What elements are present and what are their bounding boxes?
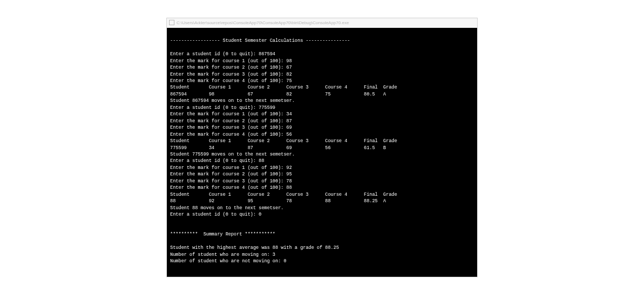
output-line: Enter the mark for course 4 (out of 100)… [170,78,292,84]
window-title: C:\Users\Adder\source\repos\ConsoleApp70… [177,20,349,25]
output-line: Student with the highest average was 88 … [170,245,339,250]
output-line: Enter the mark for course 3 (out of 100)… [170,179,292,184]
output-line: Enter the mark for course 4 (out of 100)… [170,185,292,190]
output-line: Enter a student id (0 to quit): 0 [170,212,261,217]
output-line: Enter the mark for course 2 (out of 100)… [170,119,292,124]
output-line: Enter the mark for course 2 (out of 100)… [170,65,292,70]
output-line: ********** Summary Report *********** [170,232,275,237]
output-line: Enter the mark for course 3 (out of 100)… [170,125,292,130]
output-line: Enter the mark for course 4 (out of 100)… [170,132,292,137]
output-line: ------------------ Student Semester Calc… [170,38,350,43]
console-output[interactable]: ------------------ Student Semester Calc… [167,28,477,277]
output-line: Enter the mark for course 3 (out of 100)… [170,72,292,77]
output-line: Enter the mark for course 1 (out of 100)… [170,165,292,171]
output-line: Enter a student id (0 to quit): 867594 [170,51,275,57]
title-bar[interactable]: C:\Users\Adder\source\repos\ConsoleApp70… [167,18,477,28]
output-line: Enter the mark for course 1 (out of 100)… [170,58,292,64]
output-line: Enter a student id (0 to quit): 775599 [170,105,275,110]
output-line: Enter the mark for course 1 (out of 100)… [170,112,292,117]
app-icon [169,20,174,25]
output-line: Enter a student id (0 to quit): 88 [170,158,264,164]
output-line: Student Course 1 Course 2 Course 3 Cours… [170,192,397,197]
output-line: 88 92 95 78 88 88.25 A [170,198,386,204]
output-line: Number of student who are not moving on:… [170,259,287,264]
output-line: Student Course 1 Course 2 Course 3 Cours… [170,85,397,90]
output-line: Number of student who are moving on: 3 [170,252,275,257]
output-line: Student 88 moves on to the next semetser… [170,205,283,211]
output-line: Student 775599 moves on to the next seme… [170,152,295,157]
output-line: 867594 98 67 82 75 80.5 A [170,92,386,97]
output-line: Student 867594 moves on to the next seme… [170,98,295,104]
output-line: Enter the mark for course 2 (out of 100)… [170,172,292,177]
console-window: C:\Users\Adder\source\repos\ConsoleApp70… [166,18,478,277]
output-line: Student Course 1 Course 2 Course 3 Cours… [170,138,397,144]
output-line: 775599 34 87 69 56 61.5 B [170,145,386,151]
